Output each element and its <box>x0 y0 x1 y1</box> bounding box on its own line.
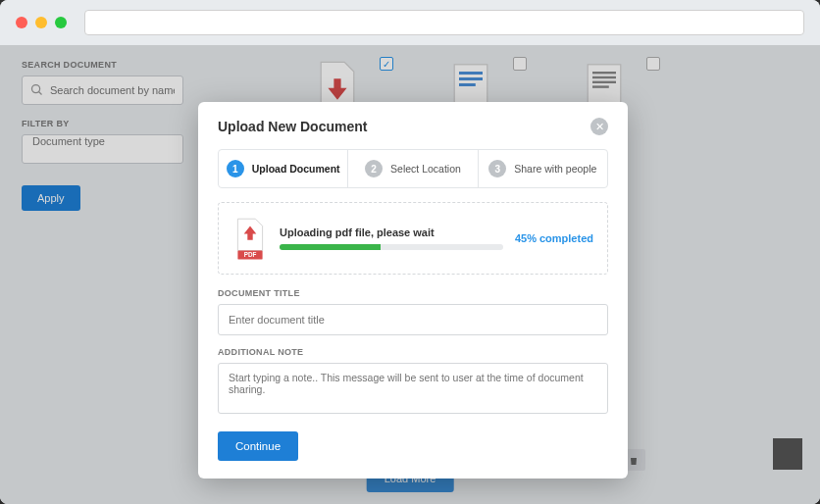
close-window-icon[interactable] <box>16 17 27 28</box>
doc-title-input[interactable] <box>218 304 608 335</box>
step-number: 3 <box>488 160 506 177</box>
progress-bar-fill <box>280 244 381 250</box>
note-label: ADDITIONAL NOTE <box>218 347 608 357</box>
note-textarea[interactable] <box>218 363 608 414</box>
step-number: 1 <box>227 160 244 177</box>
modal-header: Upload New Document ✕ <box>218 118 608 135</box>
progress-percent: 45% completed <box>515 232 593 244</box>
step-upload[interactable]: 1 Upload Document <box>219 150 348 187</box>
content-area: SEARCH DOCUMENT FILTER BY Document type … <box>0 45 820 504</box>
stepper: 1 Upload Document 2 Select Location 3 Sh… <box>218 149 608 188</box>
step-share[interactable]: 3 Share with people <box>479 150 607 187</box>
upload-progress-box: PDF Uploading pdf file, please wait 45% … <box>218 202 608 275</box>
url-bar[interactable] <box>84 10 804 35</box>
minimize-window-icon[interactable] <box>35 17 47 28</box>
step-number: 2 <box>365 160 383 177</box>
step-label: Upload Document <box>252 163 340 175</box>
modal-title: Upload New Document <box>218 119 367 134</box>
step-label: Share with people <box>514 163 596 175</box>
continue-button[interactable]: Continue <box>218 431 298 461</box>
svg-text:PDF: PDF <box>244 251 257 258</box>
upload-modal: Upload New Document ✕ 1 Upload Document … <box>198 102 628 479</box>
step-label: Select Location <box>390 163 461 175</box>
step-location[interactable]: 2 Select Location <box>348 150 478 187</box>
progress-bar-track <box>280 244 503 250</box>
browser-window: SEARCH DOCUMENT FILTER BY Document type … <box>0 0 820 504</box>
maximize-window-icon[interactable] <box>55 17 67 28</box>
pdf-icon: PDF <box>232 217 268 260</box>
upload-info: Uploading pdf file, please wait <box>280 227 503 250</box>
upload-status-text: Uploading pdf file, please wait <box>280 227 503 238</box>
titlebar <box>0 0 820 45</box>
doc-title-label: DOCUMENT TITLE <box>218 288 608 298</box>
close-button[interactable]: ✕ <box>590 118 608 135</box>
